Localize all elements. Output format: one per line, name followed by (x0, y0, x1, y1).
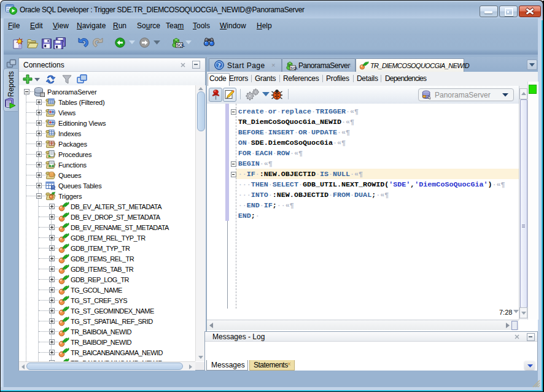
svg-text:SQL: SQL (176, 43, 185, 48)
svg-text:SQL: SQL (290, 66, 298, 70)
svg-text:?: ? (217, 61, 221, 69)
